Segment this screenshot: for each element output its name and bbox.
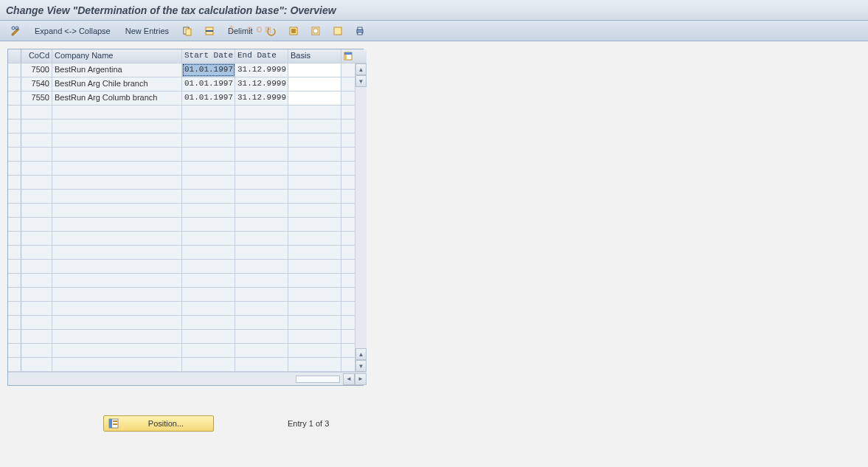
cell-company-name[interactable] xyxy=(52,260,182,273)
expand-collapse-button[interactable]: Expand <-> Collapse xyxy=(28,24,117,38)
row-selector[interactable] xyxy=(8,232,21,245)
cell-end-date[interactable] xyxy=(235,358,288,371)
vertical-scrollbar[interactable]: ▲ ▼ ▲ ▼ xyxy=(355,63,367,372)
cell-company-name[interactable] xyxy=(52,330,182,343)
hscroll-right-button[interactable]: ► xyxy=(355,373,367,385)
cell-end-date[interactable] xyxy=(235,330,288,343)
cell-end-date[interactable] xyxy=(235,218,288,231)
column-header-end-date[interactable]: End Date xyxy=(235,49,288,63)
cell-cocd[interactable]: 7550 xyxy=(21,91,52,105)
cell-start-date[interactable] xyxy=(182,218,235,231)
row-selector[interactable] xyxy=(8,330,21,343)
table-settings-button[interactable] xyxy=(341,49,355,63)
cell-start-date[interactable] xyxy=(182,162,235,175)
cell-cocd[interactable] xyxy=(21,316,52,329)
cell-basis[interactable] xyxy=(288,232,341,245)
cell-end-date[interactable] xyxy=(235,232,288,245)
cell-company-name[interactable] xyxy=(52,190,182,203)
cell-cocd[interactable] xyxy=(21,218,52,231)
cell-basis[interactable] xyxy=(288,330,341,343)
copy-as-button[interactable] xyxy=(177,24,198,38)
cell-basis[interactable] xyxy=(288,358,341,371)
undo-button[interactable] xyxy=(261,24,282,38)
cell-cocd[interactable] xyxy=(21,246,52,259)
select-block-button[interactable] xyxy=(305,24,326,38)
cell-company-name[interactable] xyxy=(52,134,182,147)
scroll-down-button[interactable]: ▼ xyxy=(355,360,367,372)
cell-basis[interactable] xyxy=(288,120,341,133)
cell-basis[interactable] xyxy=(288,190,341,203)
cell-end-date[interactable] xyxy=(235,120,288,133)
cell-basis[interactable] xyxy=(288,176,341,189)
cell-cocd[interactable] xyxy=(21,260,52,273)
select-all-button[interactable] xyxy=(283,24,304,38)
cell-end-date[interactable] xyxy=(235,204,288,217)
cell-end-date[interactable]: 31.12.9999 xyxy=(235,63,288,77)
cell-company-name[interactable] xyxy=(52,162,182,175)
row-selector[interactable] xyxy=(8,190,21,203)
row-selector[interactable] xyxy=(8,77,21,91)
cell-start-date[interactable] xyxy=(182,330,235,343)
cell-company-name[interactable]: BestRun Arg Chile branch xyxy=(52,77,182,91)
row-selector[interactable] xyxy=(8,134,21,147)
cell-company-name[interactable] xyxy=(52,358,182,371)
cell-end-date[interactable] xyxy=(235,344,288,357)
cell-basis[interactable] xyxy=(288,302,341,315)
column-header-company-name[interactable]: Company Name xyxy=(52,49,182,63)
cell-start-date[interactable] xyxy=(182,176,235,189)
deselect-all-button[interactable] xyxy=(327,24,348,38)
cell-company-name[interactable] xyxy=(52,232,182,245)
cell-end-date[interactable] xyxy=(235,246,288,259)
cell-end-date[interactable] xyxy=(235,105,288,119)
cell-end-date[interactable]: 31.12.9999 xyxy=(235,77,288,91)
cell-start-date[interactable] xyxy=(182,134,235,147)
row-selector[interactable] xyxy=(8,316,21,329)
position-button[interactable]: Position... xyxy=(103,415,214,432)
cell-cocd[interactable] xyxy=(21,358,52,371)
cell-cocd[interactable]: 7540 xyxy=(21,77,52,91)
cell-start-date[interactable] xyxy=(182,358,235,371)
cell-end-date[interactable] xyxy=(235,176,288,189)
cell-start-date[interactable]: 01.01.1997 xyxy=(182,63,235,77)
cell-start-date[interactable] xyxy=(182,148,235,161)
cell-basis[interactable] xyxy=(288,77,341,91)
cell-basis[interactable] xyxy=(288,274,341,287)
cell-cocd[interactable] xyxy=(21,176,52,189)
cell-cocd[interactable] xyxy=(21,204,52,217)
cell-cocd[interactable] xyxy=(21,302,52,315)
cell-cocd[interactable] xyxy=(21,344,52,357)
cell-company-name[interactable] xyxy=(52,246,182,259)
cell-start-date[interactable] xyxy=(182,246,235,259)
cell-cocd[interactable] xyxy=(21,330,52,343)
cell-end-date[interactable] xyxy=(235,190,288,203)
cell-cocd[interactable] xyxy=(21,105,52,119)
cell-end-date[interactable] xyxy=(235,302,288,315)
cell-basis[interactable] xyxy=(288,204,341,217)
cell-basis[interactable] xyxy=(288,316,341,329)
column-header-start-date[interactable]: Start Date xyxy=(182,49,235,63)
cell-start-date[interactable] xyxy=(182,190,235,203)
cell-start-date[interactable]: 01.01.1997 xyxy=(182,77,235,91)
cell-start-date[interactable] xyxy=(182,288,235,301)
toggle-change-display-button[interactable] xyxy=(6,24,27,38)
cell-company-name[interactable] xyxy=(52,344,182,357)
row-selector[interactable] xyxy=(8,176,21,189)
cell-start-date[interactable] xyxy=(182,274,235,287)
row-selector[interactable] xyxy=(8,63,21,77)
cell-cocd[interactable] xyxy=(21,148,52,161)
scroll-up-button[interactable]: ▲ xyxy=(355,63,367,75)
row-selector[interactable] xyxy=(8,288,21,301)
row-selector[interactable] xyxy=(8,148,21,161)
row-selector[interactable] xyxy=(8,218,21,231)
new-entries-button[interactable]: New Entries xyxy=(119,24,176,38)
cell-start-date[interactable] xyxy=(182,302,235,315)
cell-cocd[interactable] xyxy=(21,274,52,287)
cell-company-name[interactable] xyxy=(52,274,182,287)
cell-end-date[interactable] xyxy=(235,134,288,147)
cell-company-name[interactable] xyxy=(52,288,182,301)
cell-start-date[interactable] xyxy=(182,120,235,133)
cell-company-name[interactable] xyxy=(52,204,182,217)
cell-basis[interactable] xyxy=(288,344,341,357)
cell-cocd[interactable] xyxy=(21,232,52,245)
row-selector[interactable] xyxy=(8,302,21,315)
